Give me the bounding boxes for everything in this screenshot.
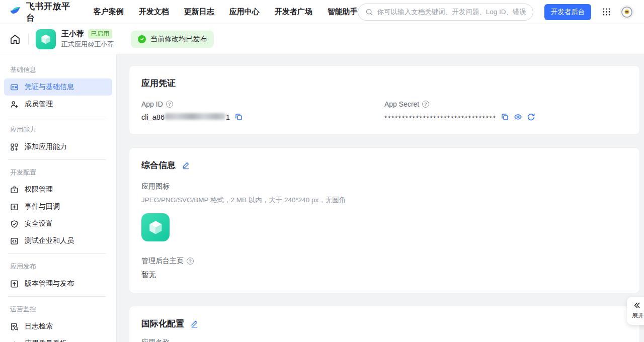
sidebar-item-label: 凭证与基础信息 bbox=[25, 82, 106, 92]
sidebar-section-header: 基础信息 bbox=[0, 61, 116, 78]
sidebar-item[interactable]: 应用质量看板 bbox=[4, 335, 112, 342]
app-secret-field: App Secret ? ***************************… bbox=[384, 100, 627, 121]
sidebar-section-header: 开发配置 bbox=[0, 163, 116, 181]
bar-chart-icon bbox=[10, 339, 19, 342]
credentials-card: 应用凭证 App ID ? cli_a861 bbox=[129, 65, 640, 135]
sidebar-item[interactable]: 安全设置 bbox=[4, 215, 112, 232]
nav-item-6[interactable]: 智能助手 bbox=[328, 7, 358, 17]
sidebar-item[interactable]: 版本管理与发布 bbox=[4, 275, 112, 292]
shield-check-icon bbox=[10, 220, 19, 228]
feishu-bird-icon bbox=[9, 6, 22, 19]
copy-icon[interactable] bbox=[501, 113, 509, 121]
double-chevron-left-icon bbox=[632, 301, 641, 310]
app-meta: 王小荐 已启用 正式应用@王小荐 bbox=[61, 29, 114, 49]
search-input[interactable] bbox=[377, 8, 526, 16]
sidebar-item[interactable]: 测试企业和人员 bbox=[4, 232, 112, 249]
general-info-card: 综合信息 应用图标 JPEG/PNG/SVG/BMP 格式，2 MB 以内，大于… bbox=[129, 147, 640, 293]
code-box-icon bbox=[10, 237, 19, 245]
sidebar-item[interactable]: 添加应用能力 bbox=[4, 138, 112, 155]
grid-add-icon bbox=[10, 143, 19, 151]
home-icon[interactable] bbox=[9, 33, 21, 45]
sidebar-item[interactable]: 成员管理 bbox=[4, 96, 112, 113]
sidebar-divider bbox=[8, 159, 106, 160]
sidebar-divider bbox=[8, 296, 106, 297]
app-secret-value: ******************************** bbox=[384, 114, 496, 122]
upload-box-icon bbox=[10, 280, 19, 288]
brand-title: 飞书开放平台 bbox=[26, 1, 78, 24]
app-name: 王小荐 bbox=[61, 29, 84, 39]
app-id-field: App ID ? cli_a861 bbox=[141, 100, 384, 121]
global-search[interactable] bbox=[358, 4, 533, 21]
app-id-value: cli_a861 bbox=[141, 113, 230, 121]
search-icon bbox=[365, 8, 373, 16]
admin-homepage-value: 暂无 bbox=[141, 270, 627, 280]
help-icon[interactable]: ? bbox=[187, 258, 194, 265]
sidebar-divider bbox=[8, 117, 106, 117]
expand-panel-button[interactable]: 展开 bbox=[627, 297, 644, 325]
top-navigation-bar: 飞书开放平台 客户案例开发文档更新日志应用中心开发者广场智能助手 开发者后台 bbox=[0, 0, 644, 24]
nav-item-4[interactable]: 应用中心 bbox=[229, 7, 260, 17]
help-icon[interactable]: ? bbox=[422, 101, 429, 108]
top-menu: 客户案例开发文档更新日志应用中心开发者广场智能助手 bbox=[94, 7, 358, 17]
chevron-up-icon bbox=[99, 340, 106, 342]
status-badge: 已启用 bbox=[88, 29, 112, 39]
app-icon-label: 应用图标 bbox=[141, 182, 170, 191]
nav-item-2[interactable]: 开发文档 bbox=[139, 7, 169, 17]
help-icon[interactable]: ? bbox=[166, 101, 173, 108]
member-add-icon bbox=[10, 100, 19, 109]
app-header-bar: 王小荐 已启用 正式应用@王小荐 当前修改均已发布 bbox=[0, 24, 644, 54]
app-grid-icon[interactable] bbox=[602, 8, 611, 16]
expand-label: 展开 bbox=[632, 311, 644, 320]
redacted-blur bbox=[165, 113, 225, 120]
nav-item-1[interactable]: 客户案例 bbox=[94, 7, 124, 17]
sidebar-section-header: 应用能力 bbox=[0, 121, 116, 138]
sidebar-item-label: 权限管理 bbox=[25, 185, 106, 194]
publish-status-pill: 当前修改均已发布 bbox=[131, 31, 214, 48]
refresh-icon[interactable] bbox=[527, 113, 535, 121]
app-id-label: App ID bbox=[141, 100, 163, 108]
sidebar-item-label: 添加应用能力 bbox=[25, 142, 106, 151]
sidebar-section-header: 运营监控 bbox=[0, 300, 116, 318]
admin-homepage-label: 管理后台主页 bbox=[141, 256, 184, 266]
brand-logo[interactable]: 飞书开放平台 bbox=[9, 1, 78, 24]
edit-icon[interactable] bbox=[190, 319, 199, 328]
check-circle-icon bbox=[138, 35, 146, 43]
i18n-card: 国际化配置 应用名称 王小荐 bbox=[129, 306, 640, 342]
sidebar-item-label: 版本管理与发布 bbox=[25, 279, 106, 288]
app-icon bbox=[36, 29, 56, 49]
credentials-card-title: 应用凭证 bbox=[141, 77, 176, 89]
app-secret-label: App Secret bbox=[384, 100, 419, 108]
sidebar-item-label: 成员管理 bbox=[25, 100, 106, 109]
sidebar-section-header: 应用发布 bbox=[0, 258, 116, 275]
id-card-icon bbox=[10, 83, 19, 92]
edit-icon[interactable] bbox=[182, 161, 190, 169]
publish-status-text: 当前修改均已发布 bbox=[150, 35, 207, 44]
nav-item-5[interactable]: 开发者广场 bbox=[275, 7, 312, 17]
app-subtitle: 正式应用@王小荐 bbox=[61, 40, 114, 49]
sidebar-item[interactable]: 权限管理 bbox=[4, 181, 112, 198]
i18n-title: 国际化配置 bbox=[141, 318, 184, 329]
briefcase-icon bbox=[10, 186, 19, 194]
divider bbox=[28, 34, 29, 45]
copy-icon[interactable] bbox=[234, 113, 243, 121]
sidebar-item[interactable]: 凭证与基础信息 bbox=[4, 78, 112, 96]
nav-item-3[interactable]: 更新日志 bbox=[184, 7, 214, 17]
sidebar-item[interactable]: 事件与回调 bbox=[4, 198, 112, 215]
sidebar-item-label: 事件与回调 bbox=[25, 202, 106, 211]
app-name-label: 应用名称 bbox=[141, 338, 170, 342]
user-avatar[interactable] bbox=[620, 5, 634, 19]
sidebar: 基础信息凭证与基础信息成员管理应用能力添加应用能力开发配置权限管理事件与回调安全… bbox=[0, 54, 117, 342]
app-icon-preview bbox=[141, 213, 170, 241]
log-search-icon bbox=[10, 322, 19, 331]
general-info-title: 综合信息 bbox=[141, 159, 176, 171]
event-callback-icon bbox=[10, 203, 19, 211]
sidebar-divider bbox=[8, 253, 106, 254]
sidebar-item-label: 日志检索 bbox=[25, 322, 106, 331]
sidebar-item[interactable]: 日志检索 bbox=[4, 318, 112, 335]
developer-console-button[interactable]: 开发者后台 bbox=[544, 4, 592, 20]
app-icon-hint: JPEG/PNG/SVG/BMP 格式，2 MB 以内，大于 240*240 p… bbox=[141, 196, 627, 205]
eye-icon[interactable] bbox=[514, 113, 522, 121]
main-content: 应用凭证 App ID ? cli_a861 bbox=[117, 54, 644, 342]
sidebar-item-label: 测试企业和人员 bbox=[25, 236, 106, 245]
sidebar-item-label: 应用质量看板 bbox=[25, 339, 93, 342]
